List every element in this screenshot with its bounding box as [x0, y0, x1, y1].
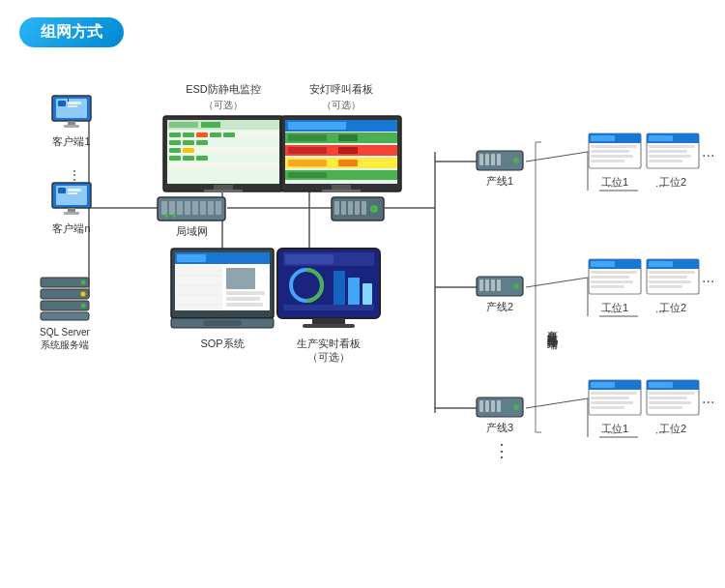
svg-rect-94	[183, 148, 194, 153]
ws1-line2-icon	[588, 258, 642, 299]
ws1-line3-icon	[588, 379, 642, 420]
svg-rect-71	[355, 201, 360, 215]
svg-rect-90	[169, 140, 181, 145]
sop-label: SOP系统	[200, 337, 244, 350]
svg-rect-195	[591, 397, 629, 399]
line2-below-dots2: ···	[655, 302, 665, 319]
svg-point-150	[513, 158, 519, 163]
svg-rect-140	[348, 278, 360, 305]
network-diagram: 客户端1 ⋮ 客户端n	[19, 65, 706, 577]
client1-label: 客户端1	[52, 134, 90, 148]
svg-rect-154	[491, 279, 495, 291]
svg-point-156	[513, 283, 519, 289]
svg-rect-44	[58, 188, 66, 193]
prod-board-block: 生产实时看板 （可选）	[276, 247, 382, 365]
line3-below-dots: ···	[607, 423, 617, 440]
svg-rect-37	[68, 102, 81, 104]
svg-point-162	[513, 404, 519, 410]
svg-rect-70	[348, 201, 353, 215]
svg-rect-64	[216, 201, 221, 215]
andon-sublabel: （可选）	[322, 99, 361, 112]
svg-rect-136	[285, 254, 334, 264]
svg-rect-95	[169, 156, 181, 161]
svg-rect-203	[649, 401, 691, 404]
svg-rect-158	[479, 400, 483, 412]
svg-rect-165	[591, 135, 615, 141]
svg-rect-159	[485, 400, 489, 412]
svg-rect-153	[485, 279, 489, 291]
svg-line-19	[526, 152, 588, 162]
svg-rect-72	[362, 201, 366, 215]
line3-switch-block: 产线3	[476, 397, 524, 434]
svg-point-65	[164, 214, 168, 218]
svg-point-66	[172, 214, 176, 218]
svg-rect-116	[322, 190, 361, 192]
ws2-line2-block: 工位2	[646, 258, 700, 314]
svg-rect-149	[497, 154, 501, 165]
svg-rect-181	[591, 276, 629, 279]
svg-rect-58	[169, 201, 175, 215]
sop-screen-icon	[169, 247, 276, 334]
ws2-line2-icon	[646, 258, 700, 299]
svg-rect-141	[362, 283, 372, 305]
line3-switch-icon	[476, 397, 524, 418]
svg-rect-190	[649, 285, 682, 288]
monitorN-icon	[48, 181, 95, 218]
svg-rect-108	[288, 147, 327, 154]
connection-label: 有线或无线连接终端	[544, 322, 559, 331]
main-switch-block: 局域网	[157, 196, 226, 238]
line1-below-dots: ···	[607, 176, 617, 193]
svg-rect-103	[288, 122, 346, 130]
svg-rect-194	[591, 392, 637, 395]
line-bottom-dots: ⋮	[493, 442, 510, 460]
ws1-line1-icon	[588, 132, 642, 173]
clientN-block: 客户端n	[48, 181, 95, 235]
svg-rect-132	[203, 320, 242, 326]
svg-rect-91	[183, 140, 194, 145]
svg-rect-187	[649, 271, 695, 274]
line1-switch-block: 产线1	[476, 150, 524, 188]
andon-screen-icon	[280, 115, 402, 194]
ws2-line3-block: 工位2	[646, 379, 700, 435]
svg-rect-142	[283, 305, 374, 310]
line2-below-dots: ···	[607, 302, 617, 319]
svg-rect-189	[649, 280, 691, 283]
svg-rect-202	[649, 397, 687, 399]
svg-rect-128	[226, 291, 265, 295]
svg-rect-109	[338, 147, 358, 154]
svg-rect-111	[288, 160, 327, 166]
svg-rect-36	[58, 101, 66, 106]
ws2-line1-block: 工位2	[646, 132, 700, 189]
svg-rect-48	[64, 212, 79, 215]
svg-rect-45	[68, 189, 81, 191]
esd-screen-icon	[162, 115, 284, 194]
svg-rect-155	[497, 279, 501, 291]
svg-rect-129	[226, 297, 260, 301]
svg-rect-99	[204, 190, 243, 192]
lan-label: 局域网	[176, 224, 208, 238]
svg-rect-197	[591, 406, 624, 409]
svg-rect-60	[185, 201, 190, 215]
svg-rect-160	[491, 400, 495, 412]
esd-sublabel: （可选）	[204, 99, 243, 112]
svg-rect-201	[649, 392, 695, 395]
svg-rect-167	[591, 150, 629, 153]
ws2-line3-icon	[646, 379, 700, 420]
svg-rect-83	[167, 162, 279, 169]
svg-rect-173	[649, 145, 695, 148]
svg-rect-204	[649, 406, 682, 409]
svg-rect-180	[591, 271, 637, 274]
line3-label: 产线3	[486, 421, 513, 434]
svg-rect-41	[64, 125, 79, 128]
svg-rect-68	[334, 201, 339, 215]
svg-point-73	[370, 205, 378, 213]
prod-board-label: 生产实时看板 （可选）	[297, 337, 361, 365]
svg-rect-105	[288, 134, 327, 141]
page: 组网方式	[0, 0, 725, 588]
svg-rect-139	[334, 271, 345, 305]
line1-switch-icon	[476, 150, 524, 171]
svg-rect-161	[497, 400, 501, 412]
line3-below-dots2: ···	[655, 423, 665, 440]
svg-rect-130	[226, 303, 263, 307]
line2-switch-block: 产线2	[476, 276, 524, 313]
